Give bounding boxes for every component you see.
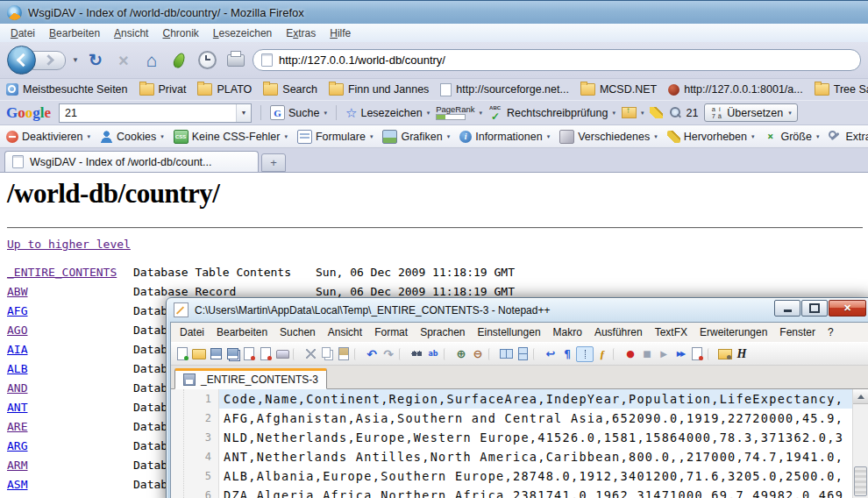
print-icon[interactable] (274, 347, 290, 361)
bookmark-item[interactable]: Tree Samples (815, 83, 868, 96)
webdev-menu-item[interactable]: Keine CSS-Fehler (174, 130, 288, 144)
new-file-icon[interactable] (174, 347, 190, 361)
sync-scroll-h-icon[interactable] (515, 347, 530, 361)
webdev-menu-item[interactable]: Informationen (459, 131, 550, 143)
bookmark-item[interactable]: MCSD.NET (580, 83, 657, 96)
minimize-button[interactable] (774, 300, 800, 317)
webdev-menu-item[interactable]: Deaktivieren (6, 131, 90, 143)
bookmark-item[interactable]: http://127.0.0.1:8001/a... (668, 83, 803, 96)
entry-link[interactable]: AFG (7, 304, 133, 317)
macro-save-icon[interactable] (689, 347, 705, 361)
entry-link[interactable]: ARG (7, 439, 133, 452)
notepadpp-menu-item[interactable]: Format (368, 324, 414, 341)
entry-link[interactable]: ARE (7, 420, 133, 433)
paste-icon[interactable] (336, 347, 352, 361)
bookmark-item[interactable]: http://sourceforge.net... (440, 83, 569, 96)
copy-icon[interactable] (319, 347, 335, 361)
webdev-menu-item[interactable]: Hervorheben (667, 131, 755, 143)
sep-icon[interactable] (533, 348, 540, 360)
save-all-icon[interactable] (224, 347, 240, 361)
open-icon[interactable] (191, 347, 207, 361)
line-text[interactable]: ANT,Netherlands Antilles,North America,C… (219, 447, 852, 466)
history-dropdown-icon[interactable]: ▼ (72, 56, 79, 64)
reload-icon[interactable]: ↻ (84, 49, 107, 72)
redo-icon[interactable] (381, 347, 396, 361)
line-text[interactable]: Code,Name,Continent,Region,SurfaceArea,I… (219, 389, 852, 409)
entry-link[interactable]: AGO (7, 324, 133, 337)
bookmark-item[interactable]: Privat (139, 83, 187, 96)
search-dropdown-icon[interactable]: ▼ (236, 104, 251, 122)
google-bookmarks-button[interactable]: ☆ Lesezeichen ▾ (345, 106, 430, 119)
bookmark-item[interactable]: PLATO (197, 83, 252, 96)
document-tab[interactable]: _ENTIRE_CONTENTS-3 (174, 368, 327, 389)
macro-stop-icon[interactable] (639, 347, 655, 361)
macro-run-multiple-icon[interactable] (672, 347, 688, 361)
translate-button[interactable]: aí 7ä Übersetzen ▾ (704, 103, 797, 122)
history-clock-button[interactable] (196, 49, 219, 72)
forward-button[interactable] (32, 51, 66, 70)
notepadpp-menu-item[interactable]: Makro (547, 324, 588, 341)
up-to-higher-level-link[interactable]: Up to higher level (7, 238, 131, 251)
google-search-box[interactable]: 21 ▼ (59, 103, 252, 123)
sep-icon[interactable] (444, 348, 451, 360)
find-count-button[interactable]: 21 (669, 106, 698, 119)
webdev-menu-item[interactable]: Cookies (100, 131, 164, 143)
maximize-button[interactable] (801, 300, 828, 317)
sep-icon[interactable] (613, 348, 620, 360)
macro-record-icon[interactable] (623, 347, 638, 361)
entry-link[interactable]: ANT (7, 401, 133, 414)
sync-scroll-v-icon[interactable] (498, 347, 514, 361)
notepadpp-menu-item[interactable]: Bearbeiten (210, 324, 274, 341)
textfx-folder-icon[interactable] (717, 347, 733, 361)
zoom-in-icon[interactable] (453, 347, 469, 361)
leaf-addon-icon[interactable] (168, 49, 191, 72)
menu-item[interactable]: Lesezeichen (206, 25, 279, 41)
entry-link[interactable]: ALB (7, 362, 133, 375)
entry-link[interactable]: AIA (7, 343, 133, 356)
stop-icon[interactable]: × (112, 49, 135, 72)
notepadpp-menu-item[interactable]: Erweiterungen (694, 324, 773, 341)
sep-icon[interactable] (708, 348, 715, 360)
spellcheck-button[interactable]: Rechtschreibprüfung ▾ (488, 106, 615, 120)
notepadpp-menu-item[interactable]: Fenster (773, 324, 822, 341)
bookmark-item[interactable]: Meistbesuchte Seiten (6, 83, 128, 96)
function-completion-icon[interactable] (594, 347, 610, 361)
entry-link[interactable]: _ENTIRE_CONTENTS (7, 266, 133, 279)
scroll-up-icon[interactable] (853, 389, 868, 404)
html-preview-icon[interactable] (734, 347, 750, 361)
notepadpp-menu-item[interactable]: Datei (174, 324, 210, 341)
scrollbar-thumb[interactable] (854, 466, 867, 496)
menu-item[interactable]: Extras (279, 25, 323, 41)
close-icon[interactable] (241, 347, 257, 361)
menu-item[interactable]: Chronik (155, 25, 205, 41)
line-text[interactable]: NLD,Netherlands,Europe,Western Europe,41… (219, 428, 852, 447)
notepadpp-menu-item[interactable]: TextFX (649, 324, 694, 341)
entry-link[interactable]: AND (7, 381, 133, 395)
line-text[interactable]: DZA,Algeria,Africa,Northern Africa,23817… (219, 486, 852, 498)
print-button[interactable] (224, 49, 247, 72)
webdev-menu-item[interactable]: Formulare (297, 130, 373, 144)
find-icon[interactable] (409, 347, 424, 361)
undo-icon[interactable] (364, 347, 380, 361)
notepadpp-menu-item[interactable]: Sprachen (414, 324, 471, 341)
webdev-menu-item[interactable]: Extras (829, 131, 868, 143)
back-button[interactable] (7, 46, 36, 75)
firefox-titlebar[interactable]: WsgiDAV - Index of /world-db/country/ - … (0, 0, 868, 24)
entry-link[interactable]: ARM (7, 459, 133, 472)
webdev-menu-item[interactable]: Grafiken (382, 130, 450, 144)
highlighter-button[interactable] (650, 107, 663, 118)
notepadpp-menu-item[interactable]: Einstellungen (472, 324, 547, 341)
show-symbols-icon[interactable] (559, 347, 575, 361)
save-icon[interactable] (208, 347, 224, 361)
entry-link[interactable]: ASM (7, 478, 133, 491)
send-to-button[interactable]: ▾ (622, 107, 644, 118)
word-wrap-icon[interactable] (543, 347, 559, 361)
url-bar[interactable]: http://127.0.0.1/world-db/country/ (253, 49, 861, 71)
editor-area[interactable]: 1 Code,Name,Continent,Region,SurfaceArea… (171, 389, 868, 498)
notepadpp-menu-item[interactable]: Ausführen (588, 324, 649, 341)
sep-icon[interactable] (354, 348, 361, 360)
close-button[interactable] (829, 300, 866, 317)
menu-item[interactable]: Datei (4, 25, 42, 41)
bookmark-item[interactable]: Finn und Jannes (329, 83, 429, 96)
editor-scrollbar[interactable] (852, 389, 868, 498)
